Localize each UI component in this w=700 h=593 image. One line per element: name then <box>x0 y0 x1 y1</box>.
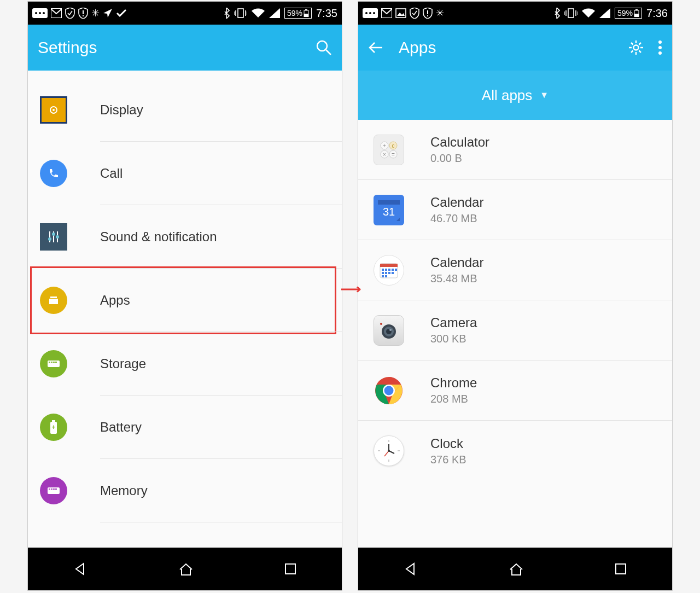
svg-rect-40 <box>285 564 295 574</box>
settings-item-sound[interactable]: Sound & notification <box>28 205 342 269</box>
back-button[interactable] <box>368 41 383 54</box>
memory-icon <box>40 477 67 504</box>
app-bar: Apps <box>358 25 672 71</box>
svg-rect-33 <box>52 420 55 422</box>
search-button[interactable] <box>316 39 332 56</box>
settings-item-storage[interactable]: Storage <box>28 332 342 396</box>
settings-item-apps[interactable]: Apps <box>28 269 342 332</box>
call-icon <box>40 160 67 187</box>
vibrate-icon <box>564 8 578 19</box>
app-name: Chrome <box>430 375 477 391</box>
row-label: Memory <box>100 483 148 498</box>
app-row-calculator[interactable]: +c×= Calculator 0.00 B <box>358 120 672 180</box>
app-row-clock[interactable]: Clock 376 KB <box>358 421 672 481</box>
vibrate-icon <box>234 8 247 19</box>
app-row-calendar-stock[interactable]: Calendar 35.48 MB <box>358 240 672 300</box>
app-name: Calendar <box>430 255 483 270</box>
settings-item-memory[interactable]: Memory <box>28 459 342 522</box>
battery-percent: 59% <box>287 9 302 18</box>
page-title: Apps <box>399 38 436 57</box>
battery-percent: 59% <box>617 9 633 18</box>
nav-back[interactable] <box>73 561 88 577</box>
svg-rect-89 <box>385 272 387 274</box>
app-row-chrome[interactable]: Chrome 208 MB <box>358 361 672 421</box>
apps-list: +c×= Calculator 0.00 B 31 Calendar 46.70… <box>358 120 672 548</box>
settings-item-display[interactable]: Display <box>28 78 342 142</box>
svg-rect-79 <box>378 200 400 205</box>
svg-point-101 <box>384 386 394 395</box>
overflow-menu-button[interactable] <box>658 40 662 55</box>
svg-rect-13 <box>305 9 307 10</box>
svg-rect-25 <box>49 299 58 304</box>
filter-dropdown[interactable]: All apps ▼ <box>358 71 672 120</box>
svg-text:×: × <box>383 152 386 158</box>
image-icon <box>395 8 406 18</box>
nav-bar <box>358 548 672 590</box>
row-label: Call <box>100 166 122 181</box>
shield-check-icon <box>65 8 75 19</box>
app-name: Calendar <box>430 195 483 210</box>
app-name: Camera <box>430 315 477 330</box>
filter-label: All apps <box>482 87 533 104</box>
spark-icon: ✳ <box>436 7 444 19</box>
app-name: Clock <box>430 436 466 451</box>
svg-rect-39 <box>55 489 57 490</box>
row-label: Battery <box>100 420 142 435</box>
svg-rect-29 <box>51 362 52 363</box>
nav-home[interactable] <box>178 562 194 576</box>
svg-rect-87 <box>395 269 397 271</box>
row-label: Storage <box>100 356 146 371</box>
battery-indicator: 59% <box>615 8 642 19</box>
svg-point-42 <box>365 12 368 14</box>
svg-text:c: c <box>392 143 395 149</box>
svg-rect-27 <box>48 361 60 367</box>
status-icons-left: ✳ <box>363 7 444 19</box>
app-row-calendar-google[interactable]: 31 Calendar 46.70 MB <box>358 180 672 240</box>
svg-rect-83 <box>382 269 384 271</box>
bluetooth-icon <box>553 8 560 19</box>
nav-back[interactable] <box>403 561 418 577</box>
svg-point-98 <box>380 323 382 325</box>
svg-point-44 <box>373 12 375 14</box>
svg-rect-31 <box>55 362 57 363</box>
svg-line-16 <box>326 50 331 55</box>
status-icons-right: 59% 7:36 <box>553 7 668 20</box>
svg-rect-49 <box>568 9 574 18</box>
svg-rect-46 <box>396 9 406 18</box>
calculator-app-icon: +c×= <box>374 135 404 165</box>
nav-recent[interactable] <box>284 562 297 575</box>
display-icon <box>40 96 67 124</box>
settings-list: Display Call Sound & notification Apps S… <box>28 71 342 548</box>
svg-rect-48 <box>427 15 428 16</box>
row-label: Display <box>100 102 143 118</box>
row-label: Apps <box>100 293 130 308</box>
app-row-camera[interactable]: Camera 300 KB <box>358 300 672 361</box>
svg-rect-28 <box>49 362 50 363</box>
nav-recent[interactable] <box>614 562 627 575</box>
chrome-icon <box>374 375 404 406</box>
svg-rect-56 <box>634 14 639 17</box>
location-icon <box>103 8 113 18</box>
svg-rect-5 <box>83 10 84 14</box>
settings-item-call[interactable]: Call <box>28 142 342 205</box>
svg-rect-14 <box>304 14 308 17</box>
settings-gear-button[interactable] <box>628 40 644 55</box>
app-size: 376 KB <box>430 454 466 466</box>
storage-icon <box>40 350 67 377</box>
status-icons-right: 59% 7:35 <box>223 7 337 20</box>
svg-line-65 <box>631 51 633 53</box>
svg-rect-93 <box>385 275 387 277</box>
nav-home[interactable] <box>508 562 524 576</box>
svg-rect-85 <box>388 269 390 271</box>
svg-rect-36 <box>49 489 50 490</box>
svg-rect-26 <box>50 296 57 298</box>
svg-rect-82 <box>380 264 398 267</box>
shield-alert-icon <box>423 8 433 19</box>
svg-text:+: + <box>383 143 386 149</box>
settings-item-battery[interactable]: + Battery <box>28 396 342 459</box>
svg-rect-84 <box>385 269 387 271</box>
svg-point-24 <box>56 235 59 239</box>
app-bar: Settings <box>28 25 342 71</box>
svg-point-58 <box>634 45 639 50</box>
svg-line-63 <box>631 43 633 45</box>
